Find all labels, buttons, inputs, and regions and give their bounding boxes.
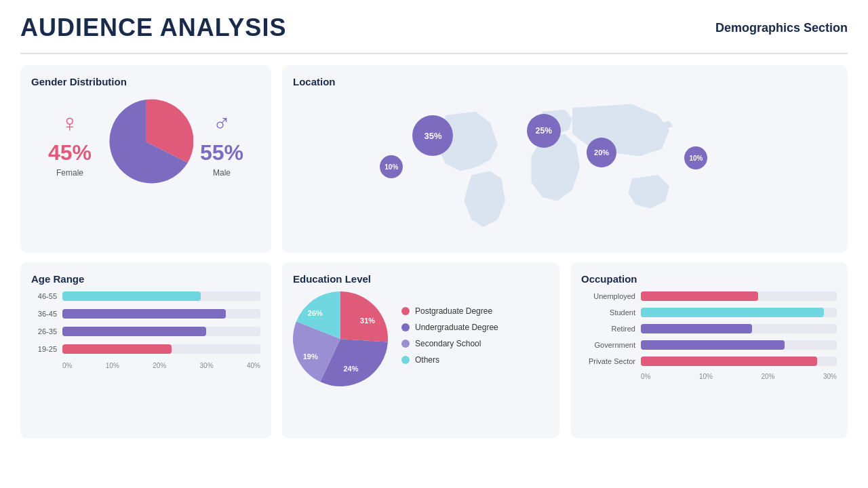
occ-bar-row: Private Sector [581, 357, 837, 366]
edu-pie-label-1: 31% [360, 317, 375, 325]
bar-label: 36-45 [31, 310, 57, 318]
gender-female: ♀ 45% Female [48, 109, 92, 178]
occ-bar-label: Student [581, 308, 635, 317]
bar-fill [62, 344, 172, 354]
bar-track [62, 291, 260, 301]
bar-track [62, 309, 260, 319]
legend-item: Others [401, 355, 549, 365]
legend-dot [401, 307, 410, 315]
bar-track [62, 327, 260, 336]
top-row: Gender Distribution ♀ 45% Female [20, 65, 848, 253]
age-bar-row: 19-25 [31, 344, 260, 354]
legend-dot [401, 323, 410, 331]
edu-pie-labels: 26%31%24%19% [293, 291, 388, 386]
legend-item: Undergraduate Degree [401, 323, 549, 332]
gender-male: ♂ 55% Male [200, 109, 243, 178]
axis-label: 0% [62, 362, 72, 369]
bar-fill [62, 327, 206, 336]
occ-bar-fill [641, 308, 824, 317]
age-bar-row: 46-55 [31, 291, 260, 301]
occ-bar-track [641, 340, 837, 350]
edu-pie-container: 26%31%24%19% [293, 291, 388, 386]
legend-dot [401, 356, 410, 364]
age-bar-row: 36-45 [31, 309, 260, 319]
legend-label: Undergraduate Degree [415, 323, 498, 332]
bar-label: 19-25 [31, 345, 57, 353]
map-container: 35% 25% 20% 10% 10% [293, 93, 837, 242]
gender-content: ♀ 45% Female ♂ 55% Male [31, 94, 260, 192]
occ-bar-label: Government [581, 341, 635, 349]
female-icon: ♀ [60, 109, 79, 138]
occ-bar-label: Retired [581, 325, 635, 333]
header-divider [20, 53, 848, 54]
occ-bar-fill [641, 324, 752, 333]
age-range-card: Age Range 46-55 36-45 26-35 19-25 0%10%2… [20, 262, 271, 439]
legend-dot [401, 340, 410, 348]
occ-axis: 0%10%20%30% [581, 373, 837, 380]
location-title: Location [293, 76, 837, 87]
bar-track [62, 344, 260, 354]
occ-axis-label: 10% [699, 373, 713, 380]
occupation-card: Occupation Unemployed Student Retired Go… [570, 262, 848, 439]
edu-legend: Postgraduate Degree Undergraduate Degree… [401, 306, 549, 371]
occ-bar-row: Student [581, 308, 837, 317]
occ-axis-label: 20% [761, 373, 774, 380]
occ-bar-fill [641, 357, 817, 366]
male-percentage: 55% [200, 140, 243, 165]
header: AUDIENCE ANALYSIS Demographics Section [20, 14, 848, 42]
edu-pie-label-2: 24% [343, 365, 358, 373]
edu-content: 26%31%24%19% Postgraduate Degree Undergr… [293, 291, 549, 386]
age-card-title: Age Range [31, 273, 260, 285]
edu-pie-label-3: 19% [303, 352, 318, 361]
occ-axis-label: 0% [641, 373, 650, 380]
gender-pie-chart [98, 94, 193, 192]
education-card: Education Level 26%31%24%19% Postgraduat… [282, 262, 559, 439]
occ-card-title: Occupation [581, 273, 837, 285]
gender-card-title: Gender Distribution [31, 76, 260, 87]
occ-axis-label: 30% [823, 373, 837, 380]
occ-bar-fill [641, 291, 758, 301]
occ-bar-track [641, 357, 837, 366]
occ-bar-track [641, 308, 837, 317]
occ-bar-track [641, 324, 837, 333]
axis-label: 10% [106, 362, 119, 369]
legend-label: Secondary School [415, 339, 481, 348]
occ-bar-track [641, 291, 837, 301]
occ-bar-chart: Unemployed Student Retired Government Pr… [581, 291, 837, 366]
bar-label: 26-35 [31, 327, 57, 336]
edu-pie-label-0: 26% [308, 309, 323, 317]
legend-item: Postgraduate Degree [401, 306, 549, 316]
occ-bar-fill [641, 340, 785, 350]
axis-label: 30% [200, 362, 214, 369]
location-bubble-20: 20% [587, 138, 616, 167]
edu-card-title: Education Level [293, 273, 549, 285]
main-title: AUDIENCE ANALYSIS [20, 14, 286, 42]
male-label: Male [213, 168, 231, 178]
occ-bar-label: Private Sector [581, 357, 635, 365]
occ-bar-row: Unemployed [581, 291, 837, 301]
bar-fill [62, 309, 226, 319]
section-title: Demographics Section [715, 21, 848, 35]
axis-label: 40% [247, 362, 260, 369]
age-bar-chart: 46-55 36-45 26-35 19-25 [31, 291, 260, 354]
legend-item: Secondary School [401, 339, 549, 348]
bar-fill [62, 291, 201, 301]
female-label: Female [56, 168, 83, 178]
legend-label: Others [415, 355, 439, 365]
female-percentage: 45% [48, 140, 92, 165]
bar-label: 46-55 [31, 292, 57, 300]
location-card: Location 35% [282, 65, 848, 253]
world-map-svg [293, 93, 837, 242]
location-bubble-25: 25% [527, 114, 561, 148]
occ-bar-label: Unemployed [581, 292, 635, 300]
age-bar-row: 26-35 [31, 327, 260, 336]
gender-distribution-card: Gender Distribution ♀ 45% Female [20, 65, 271, 253]
axis-label: 20% [153, 362, 166, 369]
age-axis: 0%10%20%30%40% [31, 362, 260, 369]
occ-bar-row: Retired [581, 324, 837, 333]
legend-label: Postgraduate Degree [415, 306, 492, 316]
occ-bar-row: Government [581, 340, 837, 350]
male-icon: ♂ [213, 109, 231, 138]
bottom-row: Age Range 46-55 36-45 26-35 19-25 0%10%2… [20, 262, 848, 439]
